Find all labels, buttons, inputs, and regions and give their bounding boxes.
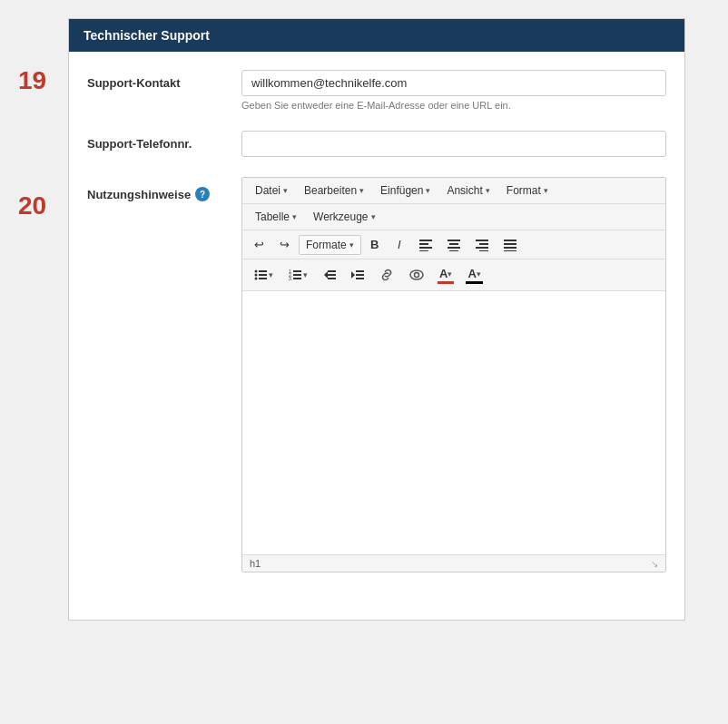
- editor-menubar-row2: Tabelle ▾ Werkzeuge ▾: [242, 204, 665, 230]
- align-right-button[interactable]: [469, 235, 495, 255]
- indent-icon: [351, 269, 364, 281]
- formate-dropdown[interactable]: Formate ▾: [299, 235, 361, 255]
- editor-status-text: h1: [250, 558, 261, 569]
- svg-rect-34: [356, 274, 364, 276]
- main-panel: Technischer Support Support-Kontakt Gebe…: [68, 18, 685, 621]
- line-numbers: 19 20: [18, 18, 68, 309]
- list-ol-icon: 1. 2. 3.: [289, 269, 301, 281]
- support-kontakt-input[interactable]: [241, 70, 666, 96]
- line-number-19: 19: [18, 68, 68, 93]
- svg-point-16: [255, 270, 258, 273]
- link-icon: [379, 268, 394, 282]
- eye-icon: [409, 268, 424, 282]
- svg-point-37: [415, 273, 419, 278]
- svg-rect-14: [504, 247, 516, 249]
- resize-handle: ↘: [651, 559, 658, 569]
- align-left-button[interactable]: [413, 235, 438, 255]
- svg-text:3.: 3.: [289, 276, 292, 281]
- menu-einfuegen[interactable]: Einfügen ▾: [373, 181, 438, 200]
- panel-title: Technischer Support: [84, 28, 210, 43]
- menu-ansicht[interactable]: Ansicht ▾: [439, 181, 497, 200]
- label-icon-group: Nutzungshinweise ?: [87, 183, 241, 201]
- editor-toolbar-row2: ▾ 1. 2. 3.: [242, 259, 665, 291]
- redo-button[interactable]: ↪: [273, 234, 296, 255]
- ansicht-caret: ▾: [486, 186, 490, 195]
- werkzeuge-caret: ▾: [371, 212, 376, 221]
- nutzungshinweise-label-wrap: Nutzungshinweise ?: [87, 177, 241, 201]
- menu-bearbeiten[interactable]: Bearbeiten ▾: [297, 181, 371, 200]
- svg-point-36: [410, 270, 423, 279]
- svg-rect-25: [293, 274, 301, 276]
- formate-caret: ▾: [349, 240, 354, 249]
- editor-toolbar-row1: ↩ ↪ Formate ▾ B I: [242, 230, 665, 259]
- align-left-icon: [419, 239, 432, 251]
- font-color-button[interactable]: A ▾: [433, 263, 458, 287]
- svg-rect-3: [419, 250, 428, 251]
- svg-rect-15: [504, 250, 516, 251]
- preview-button[interactable]: [403, 264, 430, 286]
- svg-rect-27: [293, 278, 301, 279]
- editor-content-area[interactable]: [242, 291, 665, 554]
- list-ul-caret: ▾: [269, 270, 273, 279]
- align-justify-button[interactable]: [497, 235, 523, 255]
- font-color-caret: ▾: [448, 269, 452, 279]
- align-right-icon: [476, 239, 488, 251]
- nutzungshinweise-label: Nutzungshinweise: [87, 188, 191, 201]
- datei-caret: ▾: [283, 186, 288, 195]
- bg-color-caret: ▾: [477, 269, 481, 279]
- font-color-a: A: [439, 267, 448, 280]
- italic-button[interactable]: I: [389, 234, 410, 255]
- align-center-icon: [448, 239, 460, 251]
- menu-datei[interactable]: Datei ▾: [248, 181, 295, 200]
- font-color-underline: [438, 281, 454, 284]
- tabelle-caret: ▾: [292, 212, 297, 221]
- panel-body: Support-Kontakt Geben Sie entweder eine …: [69, 52, 684, 620]
- svg-rect-2: [419, 247, 432, 249]
- nutzungshinweise-row: Nutzungshinweise ? Datei ▾: [87, 177, 666, 572]
- svg-point-20: [255, 278, 258, 280]
- list-ul-icon: [254, 269, 267, 281]
- support-kontakt-label: Support-Kontakt: [87, 70, 241, 90]
- svg-rect-33: [356, 270, 364, 272]
- bg-color-button[interactable]: A ▾: [461, 263, 487, 287]
- svg-rect-23: [293, 270, 301, 272]
- svg-rect-19: [259, 274, 267, 276]
- indent-button[interactable]: [345, 265, 370, 285]
- svg-marker-32: [351, 271, 355, 279]
- menu-werkzeuge[interactable]: Werkzeuge ▾: [306, 208, 382, 226]
- outdent-button[interactable]: [317, 265, 342, 285]
- svg-rect-0: [419, 240, 432, 241]
- svg-rect-35: [356, 278, 364, 279]
- bg-color-a: A: [467, 267, 476, 280]
- rich-text-editor: Datei ▾ Bearbeiten ▾ Einfügen ▾: [241, 177, 666, 572]
- format-caret: ▾: [544, 186, 548, 195]
- editor-statusbar: h1 ↘: [242, 554, 665, 572]
- support-telefonnr-label: Support-Telefonnr.: [87, 131, 241, 151]
- line-number-20: 20: [18, 193, 68, 219]
- bg-color-underline: [466, 281, 482, 284]
- svg-rect-7: [449, 250, 458, 251]
- svg-rect-1: [419, 243, 428, 245]
- bold-button[interactable]: B: [364, 234, 386, 255]
- svg-rect-8: [476, 240, 488, 241]
- undo-button[interactable]: ↩: [248, 234, 271, 255]
- support-kontakt-hint: Geben Sie entweder eine E-Mail-Adresse o…: [241, 100, 666, 111]
- support-telefonnr-row: Support-Telefonnr.: [87, 131, 666, 157]
- align-center-button[interactable]: [441, 235, 467, 255]
- svg-rect-9: [479, 243, 488, 245]
- menu-format[interactable]: Format ▾: [499, 181, 556, 200]
- support-telefonnr-input[interactable]: [241, 131, 666, 157]
- list-ul-button[interactable]: ▾: [248, 265, 280, 285]
- svg-rect-12: [504, 240, 516, 241]
- bearbeiten-caret: ▾: [359, 186, 364, 195]
- einfuegen-caret: ▾: [426, 186, 430, 195]
- support-kontakt-row: Support-Kontakt Geben Sie entweder eine …: [87, 70, 666, 111]
- svg-rect-30: [328, 274, 336, 276]
- link-button[interactable]: [373, 264, 400, 286]
- menu-tabelle[interactable]: Tabelle ▾: [248, 208, 304, 226]
- svg-rect-10: [476, 247, 488, 249]
- list-ol-button[interactable]: 1. 2. 3. ▾: [282, 265, 314, 285]
- svg-rect-13: [504, 243, 516, 245]
- svg-rect-17: [259, 270, 267, 272]
- help-icon[interactable]: ?: [195, 187, 210, 201]
